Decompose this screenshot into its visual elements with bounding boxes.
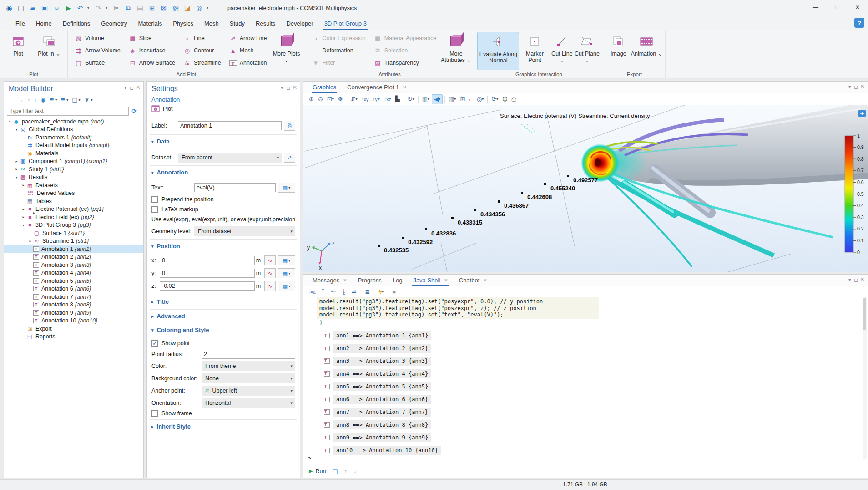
transparency-button[interactable]: ▨Transparency [372,57,439,68]
image-button[interactable]: Image [606,32,631,70]
menu-tab-definitions[interactable]: Definitions [57,18,96,29]
open-file-icon[interactable]: ▰ [28,3,37,13]
new-file-icon[interactable]: ▢ [16,3,25,13]
replace-expression-icon[interactable]: ▦▾ [278,268,295,278]
show-point-checkbox[interactable]: ✓ [151,340,158,347]
anchor-point-select[interactable]: ◰ Upper left [202,386,295,396]
tree-item-annotation-7[interactable]: TAnnotation 7{ann7} [4,293,143,301]
close-tab-icon[interactable]: ✕ [483,278,487,283]
scroll-up-icon[interactable]: ⭰ [329,287,338,297]
pin-panel-icon[interactable]: ⇱ [137,85,141,90]
comment-icon[interactable]: ▤ [332,468,338,475]
forward-icon[interactable]: → [16,95,25,104]
scroll-top-icon[interactable]: ⭱ [318,287,328,297]
tree-item-streamline-1[interactable]: ▸≋Streamline 1{str1} [4,237,143,245]
shell-scrollbar[interactable] [863,297,867,459]
scroll-down-icon[interactable]: ⭳ [339,287,349,297]
plot-in-button[interactable]: Plot In ⌄ [34,32,65,70]
cut-icon[interactable]: ✂ [112,3,121,13]
tree-item-annotation-9[interactable]: TAnnotation 9{ann9} [4,309,143,317]
view-xy-icon[interactable]: ↑xy [360,94,371,104]
y-input[interactable] [160,269,255,278]
duplicate-icon[interactable]: ⊞ [147,3,156,13]
geometry-level-select[interactable]: From dataset [194,226,295,236]
contour-button[interactable]: ◎Contour [181,45,223,56]
marker-point-button[interactable]: Marker Point [519,32,550,70]
deformation-button[interactable]: ∽Deformation [310,45,368,56]
tab-progress[interactable]: Progress [353,275,386,286]
show-grid-icon[interactable]: ▦▾ [447,94,458,104]
measure-icon[interactable]: ⌐ [467,94,474,104]
panel-menu-icon[interactable]: ▾ [848,277,851,282]
mesh-button[interactable]: ▲Mesh [227,45,269,56]
volume-button[interactable]: ▧Volume [72,33,123,44]
section-title[interactable]: ▸Title [151,298,169,305]
tree-item-reports[interactable]: ▤Reports [4,333,143,341]
rotate-icon[interactable]: ↻▾ [406,94,416,104]
close-tab-icon[interactable]: ✕ [343,278,347,283]
go-to-default-view-icon[interactable]: ⇵▾ [349,94,359,104]
save-as-icon[interactable]: ⧈ [52,3,61,13]
tree-item-datasets[interactable]: ▸▦Datasets [4,181,143,189]
section-data[interactable]: ▾Data [151,138,170,145]
tree-item-tables[interactable]: ▦Tables [4,197,143,205]
menu-tab-materials[interactable]: Materials [132,18,167,29]
orientation-select[interactable]: Horizontal [202,398,295,408]
tab-log[interactable]: Log [388,275,407,286]
tree-item-electric-potential[interactable]: ▸■Electric Potential (ec){pg1} [4,205,143,214]
tree-item-surface-1[interactable]: ▢Surface 1{surf1} [4,229,143,237]
run-icon[interactable]: ▶ [64,3,73,13]
section-inherit-style[interactable]: ▸Inherit Style [151,423,191,430]
isosurface-button[interactable]: ◈Isosurface [126,45,177,56]
tree-item-parameters[interactable]: PiParameters 1{default} [4,133,143,142]
tree-item-materials[interactable]: ◉Materials [4,149,143,158]
find-icon[interactable]: ◎ [195,3,204,13]
help-icon[interactable]: ? [854,18,864,28]
dataset-select[interactable]: From parent [178,153,282,163]
section-coloring-and-style[interactable]: ▾Coloring and Style [151,327,209,333]
shell-prompt[interactable]: > [308,455,311,461]
menu-tab-study[interactable]: Study [224,18,250,29]
replace-expression-icon[interactable]: ▦▾ [278,281,295,291]
select-objects-icon[interactable]: ◎▾ [475,94,485,104]
save-icon[interactable]: ▣ [40,3,49,13]
filter-button[interactable]: ▼Filter [310,57,368,68]
refresh-icon[interactable]: ⟳ [131,107,137,115]
tree-item-3d-plot-group-3[interactable]: ▾■3D Plot Group 3{pg3} [4,221,143,230]
menu-tab-physics[interactable]: Physics [167,18,199,29]
close-tab-icon[interactable]: ✕ [444,278,448,283]
prepend-position-checkbox[interactable] [151,196,158,203]
tree-item-global-definitions[interactable]: ▾◎Global Definitions [4,126,143,134]
more-plots-button[interactable]: More Plots ⌄ [271,32,302,70]
cut-line-button[interactable]: Cut Line ⌄ [550,32,574,70]
float-panel-icon[interactable]: ◻ [854,84,858,89]
paste-icon[interactable]: ▤ [136,3,145,13]
tree-item-derived-values[interactable]: 8.85e-12Derived Values [4,189,143,198]
background-color-select[interactable]: None [202,373,295,383]
copy-icon[interactable]: ⧉ [124,3,133,13]
stop-icon[interactable]: ■ [390,287,398,297]
clear-selection-icon[interactable]: ◪ [183,3,192,13]
float-panel-icon[interactable]: ◻ [130,85,133,90]
move-down-icon[interactable]: ↓ [33,95,39,104]
tree-item-default-model-inputs[interactable]: ⇉Default Model Inputs{cminpt} [4,142,143,150]
arrow-line-button[interactable]: ⇗Arrow Line [227,33,269,44]
back-icon[interactable]: ← [7,95,15,104]
tree-item-export[interactable]: ⇲Export [4,325,143,333]
redo-icon[interactable]: ↷ [94,3,103,13]
line-button[interactable]: ▫Line [181,33,223,44]
point-radius-input[interactable] [202,350,295,359]
tree-item-annotation-1[interactable]: TAnnotation 1{ann1} [4,245,143,253]
tree-item-annotation-10[interactable]: TAnnotation 10{ann10} [4,317,143,325]
collapse-all-icon[interactable]: ≣▾ [48,95,58,104]
show-point-row[interactable]: ✓ Show point [151,338,295,348]
redo-caret-icon[interactable]: ▾ [106,6,109,10]
run-icon[interactable]: ▶ [309,468,313,474]
sound-toggle-icon[interactable]: ◀▾ [432,94,443,104]
tree-item-annotation-5[interactable]: TAnnotation 5{ann5} [4,277,143,285]
plot-canvas[interactable]: Surface: Electric potential (V) Streamli… [303,105,868,272]
latex-markup-row[interactable]: LaTeX markup [151,204,295,214]
panel-menu-icon[interactable]: ▾ [281,85,283,90]
panel-menu-icon[interactable]: ▾ [124,85,126,90]
snapshot-icon[interactable]: ⏣ [500,94,509,104]
